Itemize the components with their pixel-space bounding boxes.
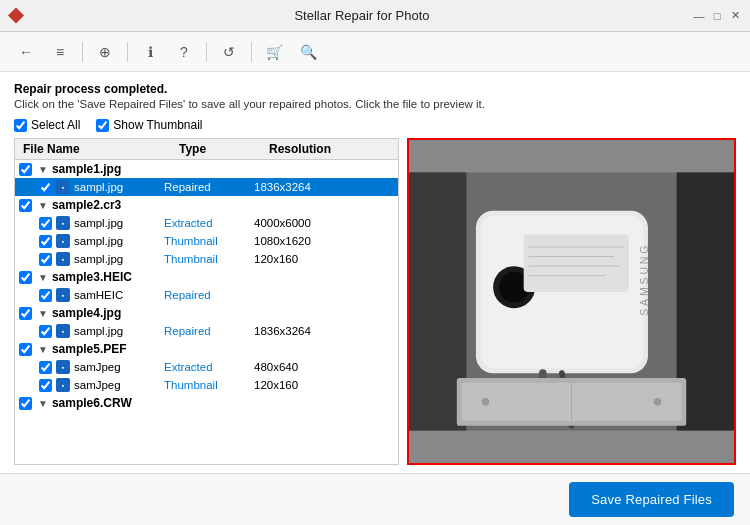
col-header-type: Type xyxy=(179,142,269,156)
file-row[interactable]: ▪ sampl.jpg Thumbnail 120x160 xyxy=(15,250,398,268)
file-row[interactable]: ▪ sampl.jpg Thumbnail 1080x1620 xyxy=(15,232,398,250)
group-name: sample5.PEF xyxy=(52,342,127,356)
group-row[interactable]: ▼ sample4.jpg xyxy=(15,304,398,322)
file-row[interactable]: ▪ samJpeg Thumbnail 120x160 xyxy=(15,376,398,394)
file-icon: ▪ xyxy=(56,216,70,230)
file-type: Repaired xyxy=(164,289,254,301)
window-title: Stellar Repair for Photo xyxy=(32,8,692,23)
group-arrow-icon: ▼ xyxy=(38,398,48,409)
toolbar-separator-4 xyxy=(251,42,252,62)
file-icon: ▪ xyxy=(56,324,70,338)
select-all-checkbox[interactable] xyxy=(14,119,27,132)
info-button[interactable]: ℹ xyxy=(136,38,164,66)
file-resolution: 120x160 xyxy=(254,253,394,265)
split-pane: File Name Type Resolution ▼ sample1.jpg … xyxy=(14,138,736,465)
status-line2: Click on the 'Save Repaired Files' to sa… xyxy=(14,98,736,110)
file-name: samJpeg xyxy=(74,379,164,391)
file-list-container: File Name Type Resolution ▼ sample1.jpg … xyxy=(14,138,399,465)
file-resolution: 1080x1620 xyxy=(254,235,394,247)
group-row[interactable]: ▼ sample1.jpg xyxy=(15,160,398,178)
file-name: samHEIC xyxy=(74,289,164,301)
svg-point-17 xyxy=(654,398,662,406)
file-row[interactable]: ▪ sampl.jpg Extracted 4000x6000 xyxy=(15,214,398,232)
group-checkbox[interactable] xyxy=(19,307,32,320)
close-button[interactable]: ✕ xyxy=(728,9,742,23)
group-name: sample2.cr3 xyxy=(52,198,121,212)
svg-text:SAMSUNG: SAMSUNG xyxy=(638,243,650,316)
group-checkbox[interactable] xyxy=(19,271,32,284)
preview-image: SAMSUNG xyxy=(409,140,734,463)
main-content: Repair process completed. Click on the '… xyxy=(0,72,750,473)
toolbar: ← ≡ ⊕ ℹ ? ↺ 🛒 🔍 xyxy=(0,32,750,72)
file-row[interactable]: ▪ samJpeg Extracted 480x640 xyxy=(15,358,398,376)
file-name: sampl.jpg xyxy=(74,217,164,229)
file-resolution: 1836x3264 xyxy=(254,181,394,193)
file-type: Thumbnail xyxy=(164,253,254,265)
file-checkbox[interactable] xyxy=(39,217,52,230)
file-row[interactable]: ▪ sampl.jpg Repaired 1836x3264 xyxy=(15,322,398,340)
file-list-scroll[interactable]: ▼ sample1.jpg ▪ sampl.jpg Repaired 1836x… xyxy=(15,160,398,464)
file-row[interactable]: ▪ samHEIC Repaired xyxy=(15,286,398,304)
file-type: Thumbnail xyxy=(164,235,254,247)
show-thumbnail-checkbox[interactable] xyxy=(96,119,109,132)
maximize-button[interactable]: □ xyxy=(710,9,724,23)
file-checkbox[interactable] xyxy=(39,181,52,194)
controls-row: Select All Show Thumbnail xyxy=(14,118,736,132)
search-button[interactable]: 🔍 xyxy=(294,38,322,66)
file-checkbox[interactable] xyxy=(39,361,52,374)
file-checkbox[interactable] xyxy=(39,325,52,338)
file-row[interactable]: ▪ sampl.jpg Repaired 1836x3264 xyxy=(15,178,398,196)
minimize-button[interactable]: — xyxy=(692,9,706,23)
file-resolution: 4000x6000 xyxy=(254,217,394,229)
globe-button[interactable]: ⊕ xyxy=(91,38,119,66)
file-icon: ▪ xyxy=(56,252,70,266)
svg-rect-8 xyxy=(524,235,629,292)
file-resolution: 480x640 xyxy=(254,361,394,373)
group-checkbox[interactable] xyxy=(19,343,32,356)
select-all-label[interactable]: Select All xyxy=(14,118,80,132)
group-row[interactable]: ▼ sample2.cr3 xyxy=(15,196,398,214)
preview-pane: SAMSUNG xyxy=(407,138,736,465)
group-arrow-icon: ▼ xyxy=(38,344,48,355)
file-checkbox[interactable] xyxy=(39,289,52,302)
save-repaired-files-button[interactable]: Save Repaired Files xyxy=(569,482,734,517)
col-header-resolution: Resolution xyxy=(269,142,394,156)
file-type: Extracted xyxy=(164,361,254,373)
col-header-name: File Name xyxy=(19,142,179,156)
file-resolution: 1836x3264 xyxy=(254,325,394,337)
back-button[interactable]: ← xyxy=(12,38,40,66)
group-name: sample3.HEIC xyxy=(52,270,132,284)
status-line1: Repair process completed. xyxy=(14,82,736,96)
group-arrow-icon: ▼ xyxy=(38,200,48,211)
toolbar-separator-3 xyxy=(206,42,207,62)
file-icon: ▪ xyxy=(56,378,70,392)
group-checkbox[interactable] xyxy=(19,199,32,212)
show-thumbnail-label[interactable]: Show Thumbnail xyxy=(96,118,202,132)
group-row[interactable]: ▼ sample6.CRW xyxy=(15,394,398,412)
file-name: sampl.jpg xyxy=(74,253,164,265)
file-checkbox[interactable] xyxy=(39,253,52,266)
group-checkbox[interactable] xyxy=(19,163,32,176)
file-checkbox[interactable] xyxy=(39,235,52,248)
file-name: sampl.jpg xyxy=(74,181,164,193)
svg-point-16 xyxy=(482,398,490,406)
toolbar-separator-2 xyxy=(127,42,128,62)
menu-button[interactable]: ≡ xyxy=(46,38,74,66)
file-checkbox[interactable] xyxy=(39,379,52,392)
group-name: sample6.CRW xyxy=(52,396,132,410)
file-resolution: 120x160 xyxy=(254,379,394,391)
group-arrow-icon: ▼ xyxy=(38,164,48,175)
file-name: sampl.jpg xyxy=(74,325,164,337)
refresh-button[interactable]: ↺ xyxy=(215,38,243,66)
file-type: Repaired xyxy=(164,325,254,337)
file-name: samJpeg xyxy=(74,361,164,373)
group-checkbox[interactable] xyxy=(19,397,32,410)
file-icon: ▪ xyxy=(56,288,70,302)
help-button[interactable]: ? xyxy=(170,38,198,66)
group-row[interactable]: ▼ sample3.HEIC xyxy=(15,268,398,286)
file-icon: ▪ xyxy=(56,360,70,374)
app-icon xyxy=(8,8,24,24)
cart-button[interactable]: 🛒 xyxy=(260,38,288,66)
bottom-bar: Save Repaired Files xyxy=(0,473,750,525)
group-row[interactable]: ▼ sample5.PEF xyxy=(15,340,398,358)
